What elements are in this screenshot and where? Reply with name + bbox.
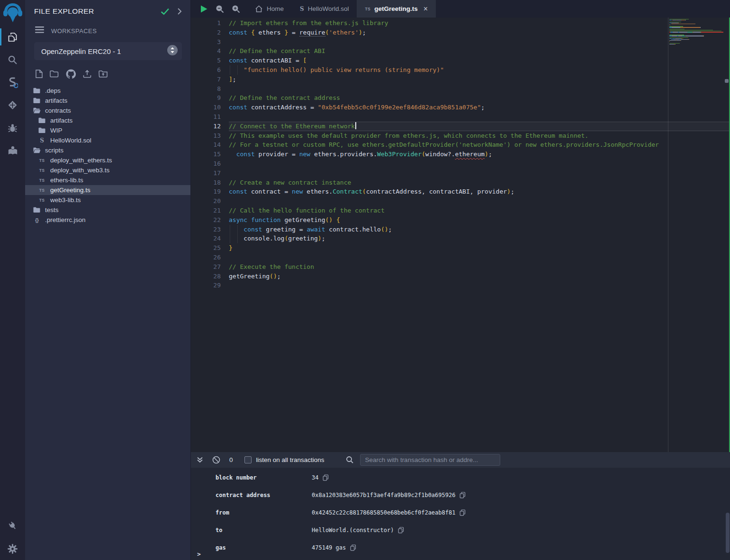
new-folder-icon[interactable] (50, 70, 59, 78)
workspace-select[interactable]: OpenZeppelin ERC20 - 1 (34, 42, 182, 60)
code-line: // For a testnet or custom RPC, use ethe… (229, 140, 730, 150)
code-line: // Call the hello function of the contra… (229, 206, 730, 215)
code-editor[interactable]: 1234567891011121314151617181920212223242… (191, 18, 730, 452)
line-number: 1 (191, 18, 229, 28)
tree-item[interactable]: TSethers-lib.ts (25, 175, 190, 185)
code-area[interactable]: // Import ethers from the ethers.js libr… (229, 18, 730, 452)
code-line: "function hello() public view returns (s… (229, 65, 730, 75)
line-number: 18 (191, 178, 229, 187)
ts-icon: TS (365, 7, 370, 11)
tab-helloworld-sol[interactable]: SHelloWorld.sol (292, 0, 357, 18)
tab-home[interactable]: Home (247, 0, 292, 18)
tab-getgreeting-ts[interactable]: TSgetGreeting.ts× (357, 0, 436, 18)
terminal-search-input[interactable] (360, 454, 500, 466)
line-number: 8 (191, 84, 229, 94)
deploy-and-run-icon[interactable] (0, 94, 25, 116)
folder-icon (38, 117, 46, 124)
minimap-divider (668, 18, 668, 452)
line-number: 26 (191, 253, 229, 262)
line-number: 5 (191, 56, 229, 65)
copy-icon[interactable] (398, 527, 404, 533)
copy-icon[interactable] (460, 492, 466, 498)
code-line: console.log(greeting); (229, 234, 730, 243)
tree-item[interactable]: tests (25, 205, 190, 215)
tree-item[interactable]: WIP (25, 125, 190, 135)
line-number: 19 (191, 187, 229, 196)
zoom-in-icon[interactable] (232, 5, 240, 13)
tree-item-label: tests (45, 206, 59, 213)
run-script-button[interactable] (200, 5, 208, 13)
terminal-scroll-thumb[interactable] (726, 513, 730, 553)
copy-icon[interactable] (350, 544, 356, 551)
file-explorer-icon[interactable] (0, 26, 25, 48)
tree-item-label: ethers-lib.ts (50, 177, 83, 184)
upload-file-icon[interactable] (83, 70, 91, 78)
minimap[interactable] (669, 18, 723, 45)
line-number: 20 (191, 196, 229, 206)
tab-close-icon[interactable]: × (424, 5, 428, 13)
tree-item-label: getGreeting.ts (50, 187, 90, 194)
tree-item[interactable]: SHelloWorld.sol (25, 135, 190, 145)
copy-icon[interactable] (460, 509, 466, 516)
solidity-compiler-icon[interactable] (0, 71, 25, 94)
tree-item-label: scripts (45, 147, 63, 154)
json-icon: {} (33, 217, 41, 223)
tree-item[interactable]: artifacts (25, 116, 190, 125)
new-file-icon[interactable] (36, 70, 43, 78)
tree-item-label: .deps (45, 87, 61, 94)
line-number: 6 (191, 65, 229, 75)
tree-item[interactable]: TSdeploy_with_web3.ts (25, 165, 190, 175)
tree-item-label: deploy_with_ethers.ts (50, 157, 112, 164)
listen-all-checkbox[interactable] (244, 456, 252, 463)
accept-check-icon[interactable] (161, 8, 170, 15)
listen-all-label: listen on all transactions (256, 456, 324, 463)
tab-label: HelloWorld.sol (308, 5, 349, 12)
tree-item[interactable]: scripts (25, 145, 190, 155)
workspace-selected-value: OpenZeppelin ERC20 - 1 (41, 47, 167, 55)
detail-value: 475149 gas (312, 544, 346, 551)
remix-logo-icon[interactable] (0, 0, 25, 26)
debugger-icon[interactable] (0, 116, 25, 139)
tree-item[interactable]: contracts (25, 106, 190, 116)
code-line (229, 37, 730, 47)
workspace-stepper-icon[interactable] (167, 45, 178, 57)
code-line: // This example uses the default provide… (229, 131, 730, 141)
tab-list: HomeSHelloWorld.solTSgetGreeting.ts× (247, 0, 436, 18)
code-line: const { ethers } = require('ethers'); (229, 28, 730, 37)
expand-chevron-icon[interactable] (177, 8, 182, 15)
file-tree: .depsartifactscontractsartifactsWIPSHell… (25, 86, 190, 225)
line-number: 10 (191, 103, 229, 112)
tree-item[interactable]: {}.prettierrc.json (25, 215, 190, 225)
copy-icon[interactable] (323, 474, 329, 481)
tree-item[interactable]: TSdeploy_with_ethers.ts (25, 155, 190, 165)
transaction-detail-row: gas475149 gas (191, 539, 730, 557)
plugin-manager-icon[interactable] (0, 515, 25, 537)
tree-item[interactable]: .deps (25, 86, 190, 96)
upload-folder-icon[interactable] (99, 70, 108, 78)
editor-and-terminal: HomeSHelloWorld.solTSgetGreeting.ts× 123… (191, 0, 730, 560)
line-number: 16 (191, 159, 229, 169)
terminal-collapse-icon[interactable] (197, 457, 203, 463)
transaction-detail-row: toHelloWorld.(constructor) (191, 522, 730, 539)
tree-item[interactable]: TSgetGreeting.ts (25, 185, 190, 195)
zoom-out-icon[interactable] (216, 5, 224, 13)
editor-scrollbar[interactable] (724, 18, 730, 452)
search-icon[interactable] (0, 48, 25, 71)
tab-label: getGreeting.ts (374, 5, 418, 12)
editor-scroll-thumb[interactable] (725, 79, 729, 83)
tree-item[interactable]: TSweb3-lib.ts (25, 195, 190, 205)
ts-icon: TS (38, 188, 46, 193)
panel-title: FILE EXPLORER (34, 7, 161, 16)
learneth-icon[interactable] (0, 139, 25, 162)
settings-gear-icon[interactable] (0, 537, 25, 560)
terminal-prompt[interactable]: > (197, 551, 201, 558)
terminal-clear-icon[interactable] (212, 456, 220, 464)
line-number: 29 (191, 281, 229, 290)
tree-item[interactable]: artifacts (25, 96, 190, 106)
clone-github-icon[interactable] (66, 69, 76, 79)
indent-guide (230, 234, 230, 243)
code-line: // Define the contract ABI (229, 46, 730, 56)
code-line: const provider = new ethers.providers.We… (229, 150, 730, 159)
file-explorer-panel: FILE EXPLORER WORKSPACES OpenZeppelin ER… (25, 0, 191, 560)
workspaces-menu-icon[interactable] (35, 27, 44, 35)
